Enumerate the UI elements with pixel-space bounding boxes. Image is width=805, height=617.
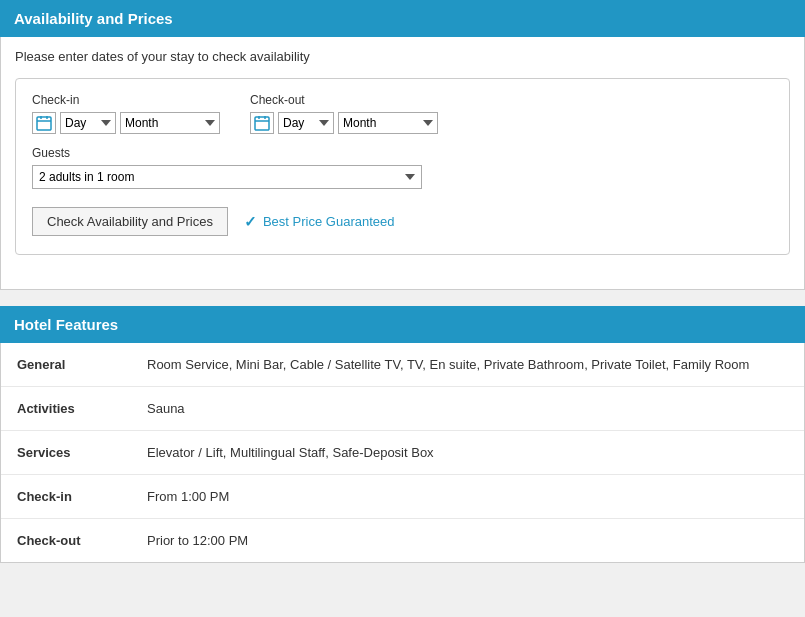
feature-value: Sauna <box>147 401 788 416</box>
guests-select[interactable]: 2 adults in 1 room <box>32 165 422 189</box>
feature-value: Elevator / Lift, Multilingual Staff, Saf… <box>147 445 788 460</box>
features-title: Hotel Features <box>14 316 118 333</box>
checkout-day-select[interactable]: Day <box>278 112 334 134</box>
hotel-features-section: Hotel Features GeneralRoom Service, Mini… <box>0 306 805 563</box>
date-box: Check-in Day <box>15 78 790 255</box>
features-body: GeneralRoom Service, Mini Bar, Cable / S… <box>0 343 805 563</box>
availability-subtitle: Please enter dates of your stay to check… <box>15 49 790 64</box>
best-price-text: Best Price Guaranteed <box>263 214 395 229</box>
checkout-inputs: Day Month <box>250 112 438 134</box>
availability-section: Availability and Prices Please enter dat… <box>0 0 805 290</box>
guests-label: Guests <box>32 146 773 160</box>
feature-label: Check-out <box>17 533 147 548</box>
feature-label: Services <box>17 445 147 460</box>
check-availability-button[interactable]: Check Availability and Prices <box>32 207 228 236</box>
feature-value: Room Service, Mini Bar, Cable / Satellit… <box>147 357 788 372</box>
checkin-group: Check-in Day <box>32 93 220 134</box>
feature-row: ActivitiesSauna <box>1 387 804 431</box>
checkin-month-select[interactable]: Month <box>120 112 220 134</box>
checkout-calendar-icon[interactable] <box>250 112 274 134</box>
feature-label: General <box>17 357 147 372</box>
availability-title: Availability and Prices <box>14 10 173 27</box>
features-header: Hotel Features <box>0 306 805 343</box>
action-row: Check Availability and Prices ✓ Best Pri… <box>32 207 773 236</box>
checkin-inputs: Day Month <box>32 112 220 134</box>
guests-select-wrapper: 2 adults in 1 room <box>32 165 773 189</box>
checkmark-icon: ✓ <box>244 213 257 231</box>
feature-row: GeneralRoom Service, Mini Bar, Cable / S… <box>1 343 804 387</box>
feature-value: From 1:00 PM <box>147 489 788 504</box>
checkout-group: Check-out Day <box>250 93 438 134</box>
checkin-label: Check-in <box>32 93 220 107</box>
feature-label: Check-in <box>17 489 147 504</box>
checkout-label: Check-out <box>250 93 438 107</box>
checkin-day-select[interactable]: Day <box>60 112 116 134</box>
feature-value: Prior to 12:00 PM <box>147 533 788 548</box>
svg-rect-4 <box>255 117 269 130</box>
svg-rect-0 <box>37 117 51 130</box>
availability-body: Please enter dates of your stay to check… <box>0 37 805 290</box>
guests-group: Guests 2 adults in 1 room <box>32 146 773 189</box>
best-price-link[interactable]: ✓ Best Price Guaranteed <box>244 213 395 231</box>
checkout-month-select[interactable]: Month <box>338 112 438 134</box>
feature-row: Check-inFrom 1:00 PM <box>1 475 804 519</box>
feature-label: Activities <box>17 401 147 416</box>
feature-row: ServicesElevator / Lift, Multilingual St… <box>1 431 804 475</box>
availability-header: Availability and Prices <box>0 0 805 37</box>
checkin-calendar-icon[interactable] <box>32 112 56 134</box>
feature-row: Check-outPrior to 12:00 PM <box>1 519 804 562</box>
checkin-checkout-row: Check-in Day <box>32 93 773 134</box>
